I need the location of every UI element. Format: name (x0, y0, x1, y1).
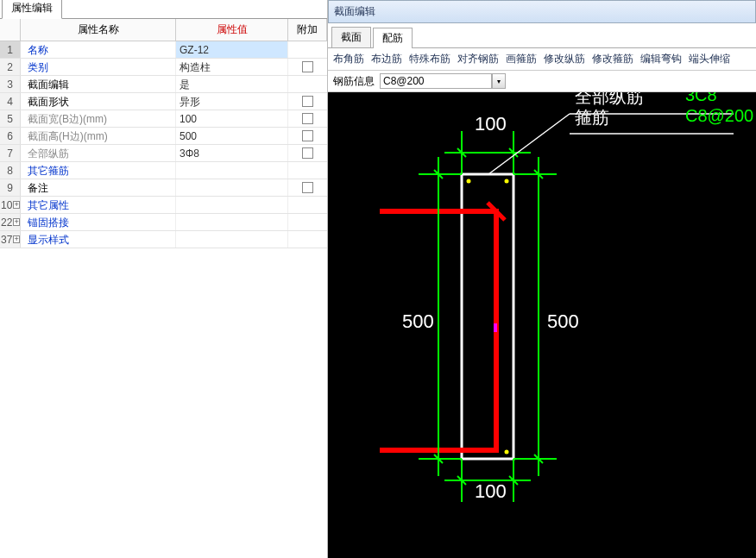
add-checkbox[interactable] (302, 130, 313, 141)
property-value[interactable]: 异形 (176, 93, 288, 110)
grid-header: 属性名称 属性值 附加 (0, 19, 327, 41)
toolbar-action[interactable]: 特殊布筋 (409, 52, 450, 66)
toolbar-action[interactable]: 编辑弯钩 (640, 52, 682, 66)
property-row[interactable]: 4截面形状异形 (0, 93, 327, 110)
row-number: 5 (0, 110, 21, 127)
property-row[interactable]: 37+显示样式 (0, 231, 327, 248)
property-name: 截面形状 (21, 93, 176, 110)
property-name: 截面宽(B边)(mm) (21, 110, 176, 127)
row-number: 10+ (0, 197, 21, 213)
section-tabs: 截面 配筋 (328, 23, 756, 48)
property-add-cell (288, 113, 327, 124)
toolbar-action[interactable]: 布边筋 (371, 52, 402, 66)
section-outline (462, 174, 513, 459)
row-number: 7 (0, 145, 21, 161)
ann-allbars-value: 3C8 (685, 92, 717, 105)
toolbar-action[interactable]: 画箍筋 (506, 52, 537, 66)
property-add-cell (288, 147, 327, 159)
property-value[interactable] (176, 214, 288, 230)
dropdown-icon[interactable]: ▾ (492, 73, 506, 89)
property-name: 备注 (21, 179, 176, 196)
add-checkbox[interactable] (302, 96, 313, 107)
row-number: 6 (0, 128, 21, 144)
property-row[interactable]: 3截面编辑是 (0, 76, 327, 93)
rebar-input-row: 钢筋信息 ▾ (328, 71, 756, 92)
ann-stirrup-value: C8@200 (685, 106, 753, 126)
property-value[interactable] (176, 162, 288, 179)
row-number: 2 (0, 59, 21, 75)
property-add-cell (288, 182, 327, 193)
property-name: 截面编辑 (21, 76, 176, 92)
property-name: 其它属性 (21, 197, 176, 213)
grid-body: 1名称GZ-122类别构造柱3截面编辑是4截面形状异形5截面宽(B边)(mm)1… (0, 41, 327, 558)
rebar-info-input[interactable] (380, 73, 492, 89)
dim-top-text: 100 (475, 113, 507, 135)
property-value[interactable]: 3Φ8 (176, 145, 288, 161)
section-header: 截面编辑 (328, 0, 756, 23)
property-row[interactable]: 9备注 (0, 179, 327, 197)
property-add-cell (288, 61, 327, 72)
property-panel: 属性编辑 属性名称 属性值 附加 1名称GZ-122类别构造柱3截面编辑是4截面… (0, 0, 328, 558)
property-value[interactable]: 100 (176, 110, 288, 127)
property-row[interactable]: 8其它箍筋 (0, 162, 327, 179)
dim-left-text: 500 (402, 310, 434, 333)
left-tabbar: 属性编辑 (0, 0, 327, 19)
expand-icon[interactable]: + (13, 218, 20, 226)
section-canvas[interactable]: 100 100 500 500 全部纵筋 3C8 箍筋 C8@200 (328, 92, 756, 558)
toolbar-action[interactable]: 修改箍筋 (592, 52, 633, 66)
row-number: 22+ (0, 214, 21, 230)
property-row[interactable]: 1名称GZ-12 (0, 41, 327, 59)
property-row[interactable]: 2类别构造柱 (0, 59, 327, 76)
row-number: 1 (0, 41, 21, 58)
property-value[interactable]: 500 (176, 128, 288, 144)
property-row[interactable]: 7全部纵筋3Φ8 (0, 145, 327, 162)
property-row[interactable]: 22+锚固搭接 (0, 214, 327, 231)
expand-icon[interactable]: + (13, 201, 20, 209)
row-number: 37+ (0, 231, 21, 248)
header-value: 属性值 (176, 19, 288, 41)
property-name: 全部纵筋 (21, 145, 176, 161)
dim-bottom-text: 100 (475, 480, 507, 503)
toolbar-action[interactable]: 端头伸缩 (689, 52, 730, 66)
property-add-cell (288, 130, 327, 141)
tab-rebar[interactable]: 配筋 (373, 28, 413, 48)
tab-property-edit[interactable]: 属性编辑 (2, 0, 62, 19)
property-row[interactable]: 6截面高(H边)(mm)500 (0, 128, 327, 145)
property-value[interactable] (176, 179, 288, 196)
property-row[interactable]: 10+其它属性 (0, 197, 327, 214)
section-edit-panel: 截面编辑 截面 配筋 布角筋布边筋特殊布筋对齐钢筋画箍筋修改纵筋修改箍筋编辑弯钩… (328, 0, 756, 558)
add-checkbox[interactable] (302, 113, 313, 124)
dim-right-text: 500 (547, 310, 579, 333)
tab-section[interactable]: 截面 (331, 27, 371, 47)
row-number: 4 (0, 93, 21, 110)
header-num (0, 19, 21, 41)
add-checkbox[interactable] (302, 147, 313, 159)
rebar-input-label: 钢筋信息 (333, 74, 375, 89)
ann-stirrup-label: 箍筋 (575, 106, 609, 129)
property-value[interactable] (176, 197, 288, 213)
property-value[interactable] (176, 231, 288, 248)
row-number: 3 (0, 76, 21, 92)
toolbar-action[interactable]: 对齐钢筋 (457, 52, 499, 66)
property-add-cell (288, 96, 327, 107)
rebar-dot (505, 450, 509, 455)
toolbar-action[interactable]: 修改纵筋 (544, 52, 585, 66)
header-name: 属性名称 (21, 19, 176, 41)
toolbar-action[interactable]: 布角筋 (333, 52, 364, 66)
header-add: 附加 (288, 19, 327, 41)
property-value[interactable]: GZ-12 (176, 41, 288, 58)
add-checkbox[interactable] (302, 61, 313, 72)
property-name: 名称 (21, 41, 176, 58)
property-row[interactable]: 5截面宽(B边)(mm)100 (0, 110, 327, 128)
property-name: 显示样式 (21, 231, 176, 248)
expand-icon[interactable]: + (13, 235, 20, 243)
property-value[interactable]: 构造柱 (176, 59, 288, 75)
property-name: 锚固搭接 (21, 214, 176, 230)
add-checkbox[interactable] (302, 182, 313, 193)
property-value[interactable]: 是 (176, 76, 288, 92)
section-svg (328, 92, 756, 558)
property-name: 类别 (21, 59, 176, 75)
rebar-toolbar: 布角筋布边筋特殊布筋对齐钢筋画箍筋修改纵筋修改箍筋编辑弯钩端头伸缩 (328, 48, 756, 71)
property-name: 其它箍筋 (21, 162, 176, 179)
center-marker (494, 323, 497, 332)
